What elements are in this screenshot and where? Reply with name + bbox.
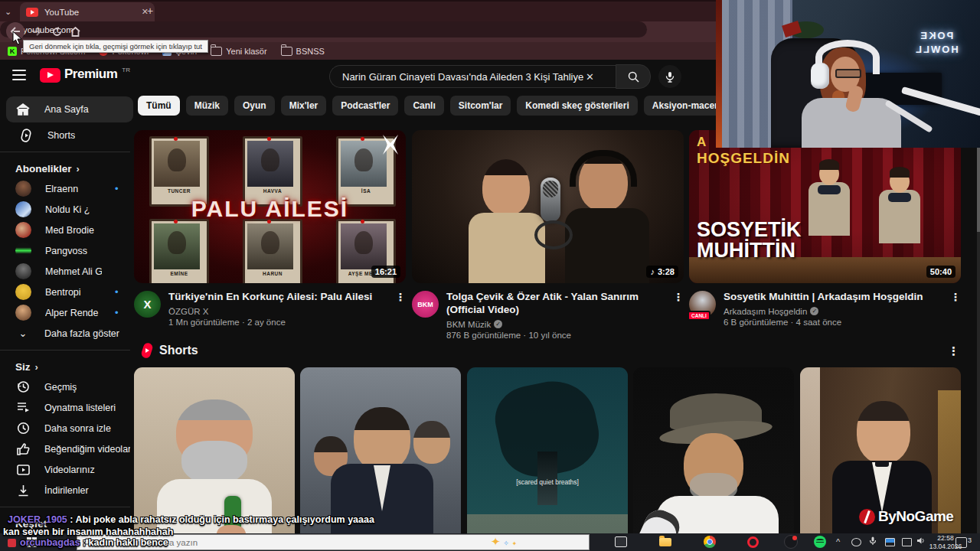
search-input[interactable] — [341, 70, 587, 83]
performer-left — [819, 162, 850, 194]
chip-komedi[interactable]: Komedi skeç gösterileri — [517, 96, 637, 116]
tray-display-icon[interactable] — [885, 538, 895, 546]
spotify-icon — [814, 536, 826, 548]
scrollbar-thumb[interactable] — [977, 148, 980, 232]
file-explorer-button[interactable] — [657, 533, 674, 550]
sidebar-channel-bentropi[interactable]: Bentropi • — [0, 282, 130, 302]
spotify-button[interactable] — [812, 533, 828, 550]
more-vertical-icon[interactable]: ⋮ — [395, 291, 406, 327]
new-content-dot — [115, 249, 118, 253]
shorts-more-icon[interactable]: ⋮ — [948, 344, 959, 358]
address-bar[interactable]: youtube.com — [0, 21, 647, 37]
notification-center-icon[interactable] — [956, 537, 967, 548]
chip-tumu[interactable]: Tümü — [138, 96, 180, 116]
more-vertical-icon[interactable]: ⋮ — [673, 291, 684, 340]
streamer-webcam: POKE HOWLL — [716, 0, 980, 148]
video-meta: 876 B görüntüleme · 10 yıl önce — [446, 331, 661, 340]
chip-aksiyon[interactable]: Aksiyon-macera oyunları — [644, 96, 717, 116]
video-thumbnail-live[interactable]: A R HOŞGELDİN SOSYETİK MUHİTTİN 50:40 — [689, 130, 961, 283]
sidebar-item-watch-later[interactable]: Daha sonra izle — [0, 418, 130, 439]
chip-sitcomlar[interactable]: Sitcom'lar — [450, 96, 511, 116]
sidebar-item-playlists[interactable]: Oynatma listeleri — [0, 397, 130, 418]
channel-name: Noldu Ki ¿ — [45, 204, 90, 215]
bookmark-folder[interactable]: Yeni klasör — [211, 47, 266, 56]
sidebar-channel-elraenn[interactable]: Elraenn • — [0, 178, 130, 199]
video-channel[interactable]: ÖZGÜR X — [168, 307, 208, 316]
thumb-name: HAVVA — [247, 188, 298, 194]
channel-avatar — [15, 243, 31, 259]
video-card[interactable]: A R HOŞGELDİN SOSYETİK MUHİTTİN 50:40 CA… — [689, 130, 961, 327]
sidebar-channel-mehmetali[interactable]: Mehmet Ali Güldal — [0, 261, 130, 282]
channel-avatar — [15, 284, 31, 300]
bynogame-watermark: ByNoGame — [859, 508, 953, 525]
bookmark-folder[interactable]: BSNSS — [281, 47, 325, 56]
mic-button[interactable] — [658, 65, 681, 88]
sidebar-item-shorts[interactable]: Shorts — [0, 125, 130, 145]
video-channel[interactable]: Arkadaşım Hoşgeldin — [724, 307, 807, 316]
channel-avatar[interactable]: CANLI — [689, 291, 716, 318]
crowd-head — [413, 421, 450, 464]
sidebar-channel-nolduki[interactable]: Noldu Ki ¿ — [0, 199, 130, 220]
video-thumbnail-studio[interactable]: ♪ 3:28 — [412, 130, 684, 283]
tab-title: YouTube — [44, 8, 79, 17]
video-thumbnail-palu[interactable]: TUNCER HAVVA İSA EMİNE HARUN AYŞE MELEK — [134, 130, 406, 283]
sidebar-channel-medbrodie[interactable]: Med Brodie — [0, 220, 130, 240]
new-tab-button[interactable]: + — [147, 5, 153, 17]
video-card[interactable]: ♪ 3:28 BKM Tolga Çevik & Özer Atik - Yal… — [412, 130, 684, 340]
reload-button[interactable] — [47, 22, 66, 41]
duration-badge: 16:21 — [371, 266, 400, 278]
channel-avatar[interactable]: X — [134, 291, 161, 318]
short-card[interactable]: [scared quiet breaths] — [467, 367, 628, 551]
tray-network-icon[interactable] — [902, 538, 912, 546]
video-channel[interactable]: BKM Müzik — [446, 320, 491, 329]
sidebar-item-downloads[interactable]: İndirilenler — [0, 480, 130, 500]
sidebar-item-your-videos[interactable]: Videolarınız — [0, 459, 130, 480]
sparkle-icon[interactable]: ✦ ✧ ✦ — [491, 535, 583, 549]
chip-mixler[interactable]: Mix'ler — [281, 96, 327, 116]
chip-muzik[interactable]: Müzik — [186, 96, 228, 116]
brand-text: Premium — [64, 67, 117, 82]
divider — [0, 350, 130, 350]
more-vertical-icon[interactable]: ⋮ — [950, 291, 961, 327]
opera-button[interactable] — [744, 533, 761, 550]
medal-button[interactable] — [782, 533, 799, 550]
sidebar-subscriptions-header[interactable]: Abonelikler › — [0, 158, 130, 178]
video-card[interactable]: TUNCER HAVVA İSA EMİNE HARUN AYŞE MELEK — [134, 130, 406, 327]
home-button[interactable] — [66, 22, 84, 41]
sidebar-you-header[interactable]: Siz › — [0, 357, 130, 377]
youtube-premium-logo[interactable]: Premium TR — [40, 67, 130, 83]
search-button[interactable] — [616, 64, 651, 89]
sidebar-item-label: Geçmiş — [44, 382, 77, 393]
sidebar-item-liked[interactable]: Beğendiğim videolar — [0, 439, 130, 459]
sidebar-item-label: Daha sonra izle — [44, 423, 111, 434]
chip-podcastler[interactable]: Podcast'ler — [332, 96, 398, 116]
video-title[interactable]: Tolga Çevik & Özer Atik - Yalan Sanırım … — [446, 291, 661, 317]
browser-tab-youtube[interactable]: YouTube ✕ — [20, 2, 155, 21]
chip-oyun[interactable]: Oyun — [234, 96, 275, 116]
menu-icon[interactable] — [12, 70, 26, 80]
sidebar-item-home[interactable]: Ana Sayfa — [6, 96, 133, 122]
tray-mic-icon[interactable] — [870, 536, 876, 546]
sidebar-channel-pangvoss[interactable]: Pangvoss — [0, 240, 130, 261]
sidebar-item-history[interactable]: Geçmiş — [0, 377, 130, 397]
bookmark-label: BSNSS — [296, 47, 325, 56]
channel-avatar[interactable]: BKM — [412, 291, 439, 318]
video-title[interactable]: Türkiye'nin En Korkunç Ailesi: Palu Aile… — [168, 291, 383, 304]
tab-search-caret-icon[interactable]: ⌄ — [5, 7, 11, 17]
playlist-icon — [15, 400, 31, 416]
forward-button[interactable] — [28, 22, 46, 41]
short-card[interactable]: alt. — [633, 367, 794, 551]
sidebar-show-more[interactable]: ⌄ Daha fazla göster — [0, 323, 130, 344]
channel-avatar — [15, 305, 31, 321]
search-box[interactable]: ✕ — [329, 65, 616, 88]
task-view-button[interactable] — [612, 533, 629, 550]
chip-canli[interactable]: Canlı — [404, 96, 443, 116]
divider — [0, 507, 130, 507]
sidebar-channel-alperrende[interactable]: Alper Rende • — [0, 302, 130, 323]
chrome-button[interactable] — [701, 533, 718, 550]
tray-chevron-icon[interactable]: ^ — [836, 537, 840, 546]
clear-search-icon[interactable]: ✕ — [586, 71, 594, 83]
person-right-body — [565, 208, 649, 283]
tray-app-icon[interactable] — [851, 538, 861, 546]
video-title[interactable]: Sosyetik Muhittin | Arkadaşım Hoşgeldin — [724, 291, 938, 304]
